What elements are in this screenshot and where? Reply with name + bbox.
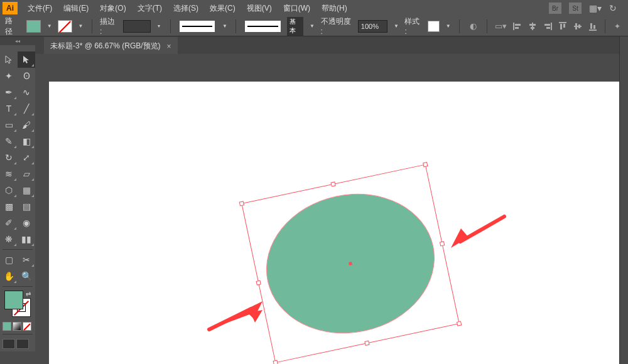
paintbrush-tool[interactable]: 🖌	[18, 117, 35, 133]
menu-edit[interactable]: 编辑(E)	[58, 1, 94, 16]
gradient-tool[interactable]: ▤	[18, 198, 35, 215]
color-mode-row	[0, 321, 35, 332]
magic-wand-tool[interactable]: ✦	[0, 68, 18, 84]
rectangle-tool[interactable]: ▭	[0, 117, 18, 133]
align-vcenter-icon[interactable]	[572, 21, 583, 32]
align-hcenter-icon[interactable]	[527, 21, 538, 32]
symbol-sprayer-tool[interactable]: ❋	[0, 231, 18, 247]
line-segment-tool[interactable]: ╱	[18, 100, 35, 117]
variable-width-profile[interactable]	[245, 21, 280, 32]
transform-panel-icon[interactable]: ✦	[612, 21, 623, 32]
divider	[605, 19, 605, 33]
bridge-icon[interactable]: Br	[549, 3, 561, 14]
divider	[170, 19, 171, 33]
fill-stroke-control[interactable]: ⇄	[4, 291, 31, 317]
artboard[interactable]	[49, 82, 619, 364]
arrange-documents-icon[interactable]: ▦▾	[589, 3, 602, 13]
scale-tool[interactable]: ⤢	[18, 149, 35, 166]
document-tab[interactable]: 未标题-3* @ 66.67% (RGB/预览) ×	[44, 37, 178, 55]
slice-tool[interactable]: ✂	[18, 252, 35, 268]
free-transform-tool[interactable]: ▱	[18, 166, 35, 182]
align-to-icon[interactable]: ▭▾	[495, 20, 507, 33]
color-mode-gradient-icon[interactable]	[13, 322, 21, 331]
style-dropdown-icon[interactable]: ▼	[445, 20, 452, 33]
handle-bottom-left[interactable]	[273, 360, 278, 364]
handle-top-right[interactable]	[423, 162, 428, 167]
handle-bottom-right[interactable]	[457, 321, 462, 326]
handle-top-left[interactable]	[239, 201, 244, 206]
blend-tool[interactable]: ◉	[18, 215, 35, 231]
artboard-tool[interactable]: ▢	[0, 252, 18, 268]
svg-rect-7	[544, 24, 550, 26]
brush-dropdown-icon[interactable]: ▼	[221, 20, 228, 33]
screen-mode-icon[interactable]	[16, 339, 29, 349]
menu-window[interactable]: 窗口(W)	[278, 1, 315, 16]
pen-tool[interactable]: ✒	[0, 84, 18, 100]
drawing-mode-icon[interactable]	[3, 339, 15, 349]
selection-type-label: 路径	[5, 16, 19, 37]
handle-mid-left[interactable]	[256, 280, 261, 285]
profile-dropdown-icon[interactable]: ▼	[308, 20, 315, 33]
curvature-tool[interactable]: ∿	[18, 84, 35, 100]
menu-type[interactable]: 文字(T)	[133, 1, 167, 16]
align-top-icon[interactable]	[557, 21, 568, 32]
align-bottom-icon[interactable]	[587, 21, 598, 32]
swap-fill-stroke-icon[interactable]: ⇄	[26, 291, 31, 297]
menu-effect[interactable]: 效果(C)	[205, 1, 241, 16]
svg-rect-4	[529, 24, 536, 26]
color-mode-none-icon[interactable]	[23, 322, 31, 331]
width-tool[interactable]: ≋	[0, 166, 18, 182]
center-point-icon[interactable]	[349, 262, 352, 265]
fill-dropdown-icon[interactable]: ▼	[46, 20, 53, 33]
menu-view[interactable]: 视图(V)	[242, 1, 277, 16]
recolor-artwork-icon[interactable]: ◐	[467, 20, 479, 33]
type-tool[interactable]: T	[0, 100, 18, 117]
stroke-weight-stepper-icon[interactable]: ▾	[156, 20, 163, 33]
eyedropper-tool[interactable]: ✐	[0, 215, 18, 231]
menu-file[interactable]: 文件(F)	[23, 1, 57, 16]
app-logo-icon: Ai	[3, 2, 18, 14]
selection-tool[interactable]	[0, 51, 18, 68]
color-mode-solid-icon[interactable]	[3, 322, 11, 331]
shape-builder-tool[interactable]: ⬡	[0, 182, 18, 198]
stroke-swatch[interactable]	[58, 20, 72, 33]
toolbox-collapse-icon[interactable]: ◂◂	[0, 36, 35, 45]
handle-top-mid[interactable]	[330, 181, 335, 186]
canvas-area[interactable]	[35, 54, 619, 364]
profile-label: 基本	[287, 17, 304, 36]
handle-mid-right[interactable]	[440, 241, 445, 246]
opacity-label: 不透明度 :	[321, 16, 353, 36]
fill-swatch[interactable]	[26, 20, 41, 33]
svg-rect-15	[589, 29, 597, 31]
bounding-box[interactable]	[241, 164, 460, 363]
shaper-tool[interactable]: ✎	[0, 133, 18, 149]
menu-select[interactable]: 选择(S)	[168, 1, 203, 16]
opacity-input[interactable]: 100%	[358, 20, 387, 33]
fill-color-icon[interactable]	[4, 291, 23, 309]
sync-settings-icon[interactable]: ↻	[609, 3, 617, 13]
panel-dock-collapsed[interactable]	[619, 36, 628, 364]
stock-icon[interactable]: St	[569, 3, 582, 14]
mesh-tool[interactable]: ▩	[0, 198, 18, 215]
lasso-tool[interactable]: ʘ	[18, 68, 35, 84]
stroke-weight-input[interactable]	[123, 20, 151, 33]
eraser-tool[interactable]: ◧	[18, 133, 35, 149]
opacity-dropdown-icon[interactable]: ▼	[392, 20, 399, 33]
svg-rect-17	[593, 25, 595, 29]
brush-definition[interactable]	[180, 21, 215, 32]
menu-object[interactable]: 对象(O)	[95, 1, 131, 16]
graphic-style-swatch[interactable]	[428, 21, 440, 32]
perspective-grid-tool[interactable]: ▦	[18, 182, 35, 198]
align-left-icon[interactable]	[512, 21, 523, 32]
hand-tool[interactable]: ✋	[0, 268, 18, 284]
handle-bottom-mid[interactable]	[364, 341, 369, 346]
tab-close-icon[interactable]: ×	[167, 42, 171, 51]
menu-help[interactable]: 帮助(H)	[317, 1, 352, 16]
direct-selection-tool[interactable]	[18, 51, 35, 68]
zoom-tool[interactable]: 🔍	[18, 268, 35, 284]
svg-rect-10	[560, 24, 562, 29]
align-right-icon[interactable]	[542, 21, 553, 32]
rotate-tool[interactable]: ↻	[0, 149, 18, 166]
column-graph-tool[interactable]: ▮▮	[18, 231, 35, 247]
stroke-dropdown-icon[interactable]: ▼	[77, 20, 84, 33]
